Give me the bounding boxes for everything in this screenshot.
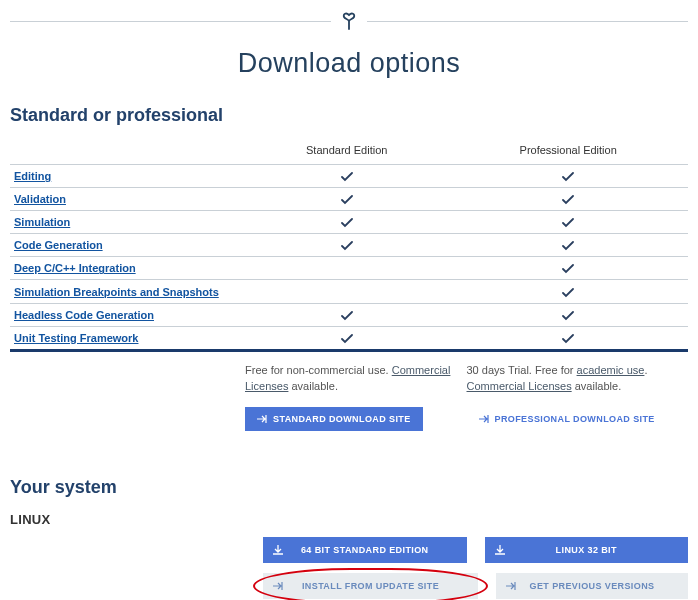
commercial-licenses-link-pro[interactable]: Commercial Licenses — [467, 380, 572, 392]
professional-blurb: 30 days Trial. Free for academic use. Co… — [467, 362, 679, 395]
download-icon — [495, 545, 505, 555]
pro-cell — [448, 165, 688, 188]
feature-link[interactable]: Validation — [14, 193, 66, 205]
arrow-right-icon — [257, 415, 267, 423]
academic-use-link[interactable]: academic use — [577, 364, 645, 376]
feature-link[interactable]: Simulation Breakpoints and Snapshots — [14, 286, 219, 298]
feature-link[interactable]: Deep C/C++ Integration — [14, 262, 136, 274]
compare-section-title: Standard or professional — [10, 105, 688, 126]
check-icon — [562, 262, 574, 274]
arrow-right-icon — [273, 582, 283, 590]
check-icon — [562, 193, 574, 205]
check-icon — [341, 216, 353, 228]
pro-cell — [448, 188, 688, 211]
table-row: Simulation Breakpoints and Snapshots — [10, 280, 688, 303]
standard-download-site-button[interactable]: Standard Download Site — [245, 407, 423, 431]
pro-cell — [448, 326, 688, 350]
std-cell — [245, 280, 448, 303]
std-cell — [245, 188, 448, 211]
arrow-right-icon — [479, 415, 489, 423]
feature-link[interactable]: Unit Testing Framework — [14, 332, 138, 344]
check-icon — [341, 193, 353, 205]
check-icon — [562, 332, 574, 344]
leaf-icon — [341, 12, 357, 30]
std-cell — [245, 326, 448, 350]
std-cell — [245, 234, 448, 257]
check-icon — [562, 309, 574, 321]
arrow-right-icon — [506, 582, 516, 590]
table-row: Editing — [10, 165, 688, 188]
pro-cell — [448, 280, 688, 303]
standard-blurb: Free for non-commercial use. Commercial … — [245, 362, 457, 395]
pro-cell — [448, 211, 688, 234]
table-row: Simulation — [10, 211, 688, 234]
check-icon — [341, 309, 353, 321]
page-title: Download options — [10, 48, 688, 79]
feature-link[interactable]: Headless Code Generation — [14, 309, 154, 321]
check-icon — [562, 239, 574, 251]
std-cell — [245, 211, 448, 234]
table-row: Headless Code Generation — [10, 303, 688, 326]
linux-64bit-button[interactable]: 64 Bit Standard Edition — [263, 537, 467, 563]
table-row: Validation — [10, 188, 688, 211]
std-cell — [245, 257, 448, 280]
check-icon — [562, 285, 574, 297]
comparison-table: Standard Edition Professional Edition Ed… — [10, 138, 688, 352]
check-icon — [341, 170, 353, 182]
std-cell — [245, 303, 448, 326]
check-icon — [562, 216, 574, 228]
feature-link[interactable]: Simulation — [14, 216, 70, 228]
install-from-update-site-button[interactable]: Install From Update Site — [263, 573, 478, 599]
table-row: Unit Testing Framework — [10, 326, 688, 350]
pro-cell — [448, 257, 688, 280]
professional-download-site-button[interactable]: Professional Download Site — [467, 407, 667, 431]
check-icon — [562, 170, 574, 182]
get-previous-versions-button[interactable]: Get Previous Versions — [496, 573, 688, 599]
table-row: Code Generation — [10, 234, 688, 257]
system-section-title: Your system — [10, 477, 688, 498]
std-cell — [245, 165, 448, 188]
check-icon — [341, 239, 353, 251]
check-icon — [341, 332, 353, 344]
pro-cell — [448, 303, 688, 326]
highlight-circle: Install From Update Site — [263, 573, 478, 599]
feature-link[interactable]: Code Generation — [14, 239, 103, 251]
top-divider — [10, 12, 688, 30]
table-row: Deep C/C++ Integration — [10, 257, 688, 280]
linux-32bit-button[interactable]: Linux 32 Bit — [485, 537, 689, 563]
col-header-standard: Standard Edition — [245, 138, 448, 165]
download-icon — [273, 545, 283, 555]
pro-cell — [448, 234, 688, 257]
feature-link[interactable]: Editing — [14, 170, 51, 182]
os-label: LINUX — [10, 512, 688, 527]
col-header-professional: Professional Edition — [448, 138, 688, 165]
